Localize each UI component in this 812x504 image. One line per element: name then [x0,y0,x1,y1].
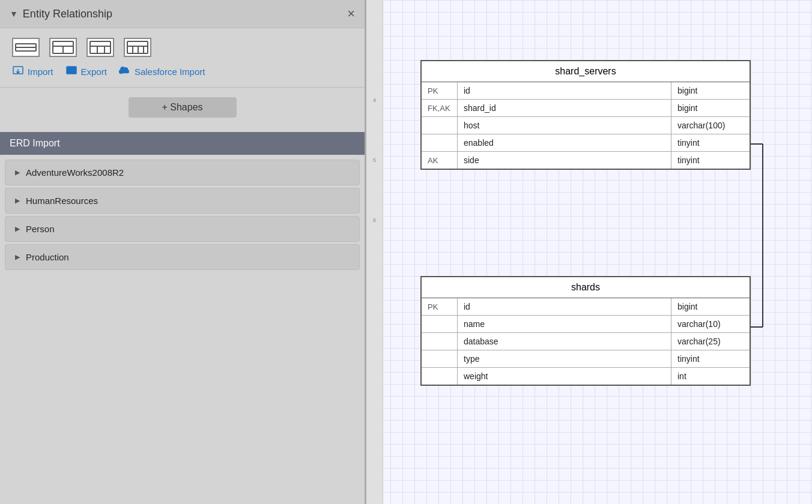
shapes-button[interactable]: + Shapes [129,97,237,118]
table-title-shards: shards [422,277,750,298]
cell-name: type [458,350,671,367]
cell-key [422,333,458,350]
cell-name: name [458,316,671,332]
tree-item-label: AdventureWorks2008R2 [26,167,124,178]
export-label: Export [81,67,107,77]
salesforce-import-button[interactable]: Salesforce Import [119,65,205,77]
close-button[interactable]: × [347,7,355,20]
cell-type: int [671,368,750,385]
cell-type: varchar(10) [671,316,750,332]
cell-name: enabled [458,134,671,151]
cell-key [422,134,458,151]
erd-import-section: ERD Import [0,132,365,155]
export-button[interactable]: Export [65,65,107,77]
divider [0,87,365,88]
panel-header: ▼ Entity Relationship × [0,0,365,28]
cell-name: host [458,117,671,134]
ruler-mark-4: 4 [366,96,383,156]
cell-key: AK [422,152,458,169]
section-header-label: ERD Import [10,138,60,148]
tree-item-person[interactable]: ▶ Person [5,216,360,242]
tree-arrow-icon: ▶ [15,225,20,233]
cell-name: shard_id [458,100,671,116]
tree-item-label: Production [26,252,69,262]
table-row: PK id bigint [422,82,750,100]
cell-name: database [458,333,671,350]
ruler-mark-5: 5 [366,156,383,216]
panel-title: Entity Relationship [23,8,112,20]
layout-icon-1[interactable] [12,38,40,57]
cell-type: tinyint [671,350,750,367]
cell-key [422,350,458,367]
cell-key [422,117,458,134]
vertical-ruler: 4 5 6 [366,0,383,504]
canvas-area[interactable]: 4 5 6 shard_servers PK id bigint [366,0,812,504]
tree-item-human-resources[interactable]: ▶ HumanResources [5,188,360,214]
table-row: weight int [422,368,750,385]
table-title-shard-servers: shard_servers [422,61,750,82]
cell-key: PK [422,298,458,315]
toolbar [0,28,365,63]
salesforce-label: Salesforce Import [135,67,205,77]
tables-container: shard_servers PK id bigint FK,AK shard_i… [390,24,812,504]
cell-key: FK,AK [422,100,458,116]
layout-icon-2[interactable] [49,38,77,57]
cell-name: side [458,152,671,169]
svg-rect-5 [90,41,111,53]
cell-type: tinyint [671,152,750,169]
cell-type: bigint [671,82,750,99]
table-row: host varchar(100) [422,117,750,134]
tree-item-label: HumanResources [26,196,98,206]
table-row: AK side tinyint [422,152,750,169]
import-button[interactable]: Import [12,65,53,77]
cell-key [422,316,458,332]
table-shards[interactable]: shards PK id bigint name varchar(10) dat… [420,276,751,386]
cell-type: varchar(100) [671,117,750,134]
cell-key: PK [422,82,458,99]
table-row: type tinyint [422,350,750,368]
action-bar: Import Export Salesforce Import [0,63,365,87]
cell-type: bigint [671,298,750,315]
table-row: PK id bigint [422,298,750,316]
cell-name: id [458,82,671,99]
tree-items: ▶ AdventureWorks2008R2 ▶ HumanResources … [0,155,365,504]
collapse-arrow-icon[interactable]: ▼ [10,9,18,19]
table-row: name varchar(10) [422,316,750,333]
cell-name: weight [458,368,671,385]
tree-item-production[interactable]: ▶ Production [5,244,360,270]
table-shard-servers[interactable]: shard_servers PK id bigint FK,AK shard_i… [420,60,751,170]
tree-arrow-icon: ▶ [15,169,20,176]
cell-key [422,368,458,385]
table-row: enabled tinyint [422,134,750,152]
import-label: Import [28,67,53,77]
ruler-mark-6: 6 [366,216,383,276]
cell-name: id [458,298,671,315]
cell-type: tinyint [671,134,750,151]
tree-arrow-icon: ▶ [15,253,20,261]
tree-item-adventure-works[interactable]: ▶ AdventureWorks2008R2 [5,160,360,185]
table-row: FK,AK shard_id bigint [422,100,750,117]
tree-item-label: Person [26,224,55,234]
left-panel: ▼ Entity Relationship × [0,0,366,504]
table-row: database varchar(25) [422,333,750,350]
tree-arrow-icon: ▶ [15,197,20,205]
cell-type: bigint [671,100,750,116]
layout-icon-3[interactable] [86,38,114,57]
layout-icon-4[interactable] [124,38,151,57]
cell-type: varchar(25) [671,333,750,350]
